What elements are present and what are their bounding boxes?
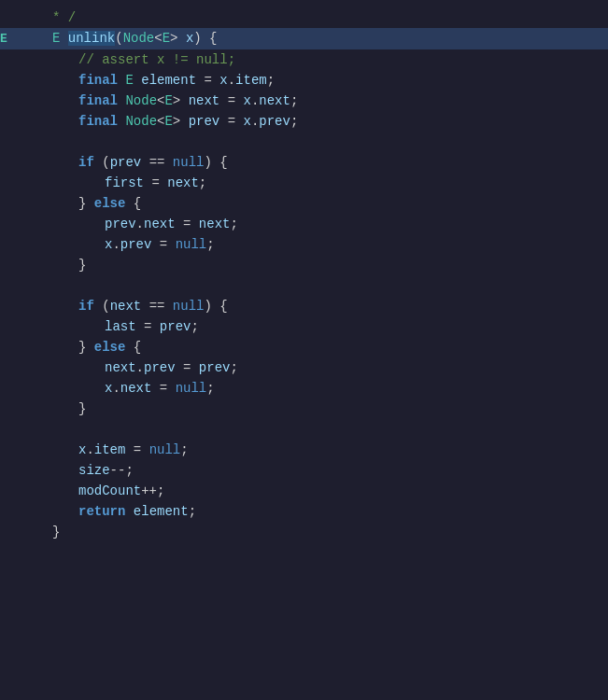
code-line: } else { [0, 337, 608, 357]
code-line: final Node<E> prev = x.prev; [0, 111, 608, 132]
code-line: final E element = x.item; [0, 70, 608, 91]
line-content: final Node<E> next = x.next; [19, 91, 608, 111]
code-line: } else { [0, 193, 608, 214]
line-content: x.next = null; [19, 378, 608, 399]
code-line: next.prev = prev; [0, 357, 608, 378]
code-line: x.next = null; [0, 378, 608, 399]
code-line: modCount++; [0, 481, 608, 501]
line-content: first = next; [19, 173, 608, 193]
line-content: } [19, 399, 608, 419]
code-line: x.item = null; [0, 440, 608, 460]
line-content: x.prev = null; [19, 234, 608, 255]
line-content: modCount++; [19, 481, 608, 501]
line-content: prev.next = next; [19, 214, 608, 234]
code-area: * /EE unlink(Node<E> x) {// assert x != … [0, 0, 608, 550]
line-content: * / [19, 7, 608, 28]
line-content: if (next == null) { [19, 296, 608, 316]
line-content: E unlink(Node<E> x) { [19, 28, 608, 49]
line-content: // assert x != null; [19, 49, 608, 70]
code-line [0, 419, 608, 440]
code-line: if (next == null) { [0, 296, 608, 316]
code-line: x.prev = null; [0, 234, 608, 255]
code-line: size--; [0, 460, 608, 481]
line-content: } else { [19, 193, 608, 214]
line-content: last = prev; [19, 316, 608, 337]
line-content: final Node<E> prev = x.prev; [19, 111, 608, 132]
line-content: return element; [19, 501, 608, 522]
code-line: prev.next = next; [0, 214, 608, 234]
code-line: first = next; [0, 173, 608, 193]
line-content: final E element = x.item; [19, 70, 608, 91]
code-line: // assert x != null; [0, 49, 608, 70]
line-content: if (prev == null) { [19, 152, 608, 173]
line-content: } [19, 255, 608, 275]
line-content: next.prev = prev; [19, 357, 608, 378]
code-line: } [0, 255, 608, 275]
line-content: } [19, 522, 608, 542]
code-line: last = prev; [0, 316, 608, 337]
code-line: return element; [0, 501, 608, 522]
code-line: * / [0, 7, 608, 28]
code-line [0, 275, 608, 296]
code-line: } [0, 522, 608, 542]
code-line: final Node<E> next = x.next; [0, 91, 608, 111]
line-content: x.item = null; [19, 440, 608, 460]
code-editor: * /EE unlink(Node<E> x) {// assert x != … [0, 0, 608, 700]
line-content: } else { [19, 337, 608, 357]
line-content: size--; [19, 460, 608, 481]
code-line [0, 132, 608, 152]
e-marker: E [0, 29, 7, 49]
code-line: } [0, 399, 608, 419]
code-line: EE unlink(Node<E> x) { [0, 28, 608, 49]
code-line: if (prev == null) { [0, 152, 608, 173]
